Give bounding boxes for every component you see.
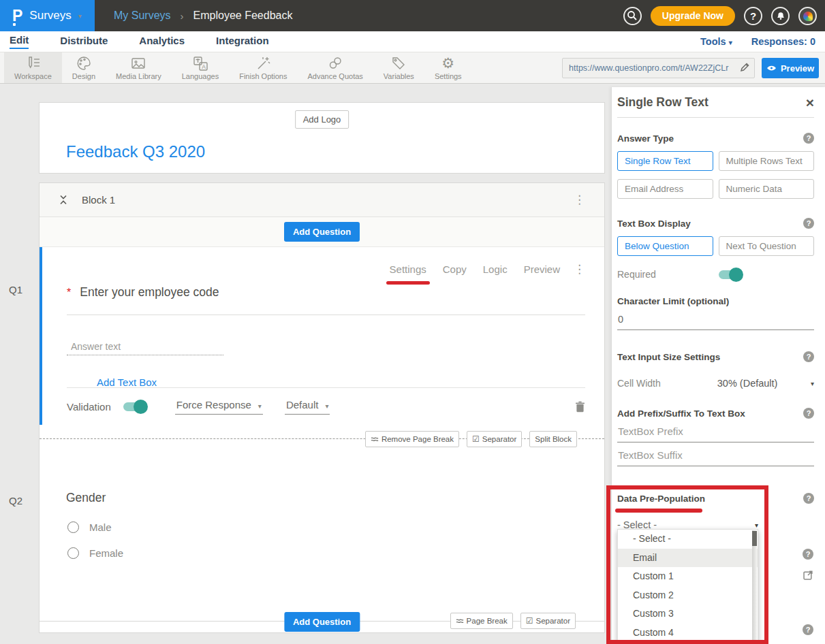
answer-text-row	[67, 340, 585, 361]
collapse-block-icon[interactable]	[59, 194, 68, 206]
question-1-editor: Settings Copy Logic Preview * Enter your…	[40, 247, 604, 425]
survey-title[interactable]: Feedback Q3 2020	[66, 142, 205, 161]
tab-analytics[interactable]: Analytics	[139, 35, 185, 48]
cell-width-value[interactable]: 30% (Default)	[717, 378, 778, 389]
display-below-question[interactable]: Below Question	[617, 236, 713, 256]
help-icon[interactable]	[803, 218, 814, 229]
add-logo-button[interactable]: Add Logo	[295, 110, 349, 129]
help-icon[interactable]	[803, 351, 814, 362]
tab-distribute[interactable]: Distribute	[60, 35, 108, 48]
add-question-button-top[interactable]: Add Question	[284, 222, 360, 242]
product-name: Surveys	[29, 9, 71, 22]
radio-button-female[interactable]	[67, 547, 79, 559]
toolbar-item-workspace[interactable]: Workspace	[4, 52, 62, 83]
chevron-down-icon	[755, 521, 758, 529]
toolbar-item-finish-options[interactable]: Finish Options	[229, 52, 297, 83]
question-tab-settings[interactable]: Settings	[390, 263, 426, 275]
search-button[interactable]	[623, 7, 642, 25]
textbox-suffix-input[interactable]	[617, 449, 814, 466]
question-tab-preview[interactable]: Preview	[524, 263, 560, 275]
block-title[interactable]: Block 1	[82, 194, 115, 206]
validation-toggle[interactable]	[123, 402, 146, 411]
notifications-button[interactable]	[771, 7, 790, 25]
character-limit-header: Character Limit (optional)	[617, 296, 814, 306]
scrollbar-thumb[interactable]	[752, 531, 757, 546]
product-switcher[interactable]: P Surveys	[0, 0, 95, 31]
editor-toolbar: Workspace Design Media Library A Languag…	[0, 52, 825, 84]
dropdown-option-custom4[interactable]: Custom 4	[618, 624, 758, 643]
separator-button-mid[interactable]: Separator	[467, 431, 522, 447]
preview-button[interactable]: Preview	[762, 58, 819, 78]
data-prepopulation-dropdown: - Select - Email Custom 1 Custom 2 Custo…	[617, 529, 758, 644]
dropdown-option-custom1[interactable]: Custom 1	[618, 567, 758, 586]
question-menu-kebab-icon[interactable]	[574, 263, 585, 275]
survey-url-input[interactable]	[569, 63, 737, 73]
answer-type-options: Single Row Text Multiple Rows Text Email…	[617, 151, 814, 199]
tools-menu[interactable]: Tools	[700, 36, 732, 47]
breadcrumb-current-survey: Employee Feedback	[193, 10, 293, 22]
answer-type-multiple-rows[interactable]: Multiple Rows Text	[719, 151, 815, 171]
close-panel-icon[interactable]	[806, 95, 814, 110]
remove-page-break-button[interactable]: Remove Page Break	[365, 431, 459, 447]
edit-url-pencil-icon[interactable]	[740, 62, 750, 74]
toolbar-item-variables[interactable]: Variables	[373, 52, 424, 83]
toolbar-item-settings[interactable]: ⚙ Settings	[424, 52, 472, 83]
question-2-text[interactable]: Gender	[66, 491, 585, 505]
question-tab-logic[interactable]: Logic	[483, 263, 508, 275]
eye-icon	[766, 65, 777, 71]
help-button[interactable]: ?	[744, 7, 762, 25]
external-link-icon[interactable]	[803, 570, 813, 582]
question-tab-copy[interactable]: Copy	[443, 263, 467, 275]
option-label-female[interactable]: Female	[89, 547, 123, 559]
dropdown-option-custom2[interactable]: Custom 2	[618, 586, 758, 605]
help-icon[interactable]	[803, 133, 814, 144]
tag-icon	[390, 55, 407, 71]
answer-type-numeric[interactable]: Numeric Data	[719, 179, 815, 199]
image-icon	[129, 55, 147, 71]
breadcrumb-separator-icon: ›	[181, 10, 184, 22]
answer-type-single-row[interactable]: Single Row Text	[617, 151, 713, 171]
help-icon[interactable]	[803, 549, 813, 560]
dropdown-option-custom3[interactable]: Custom 3	[618, 605, 758, 624]
page-break-button[interactable]: Page Break	[450, 613, 513, 629]
option-label-male[interactable]: Male	[89, 521, 112, 533]
checkbox-checked-icon	[526, 616, 533, 626]
dropdown-option-select[interactable]: - Select -	[618, 530, 758, 549]
tab-edit[interactable]: Edit	[10, 34, 29, 49]
editor-content-area: Q1 Q2 Add Logo Feedback Q3 2020 Block 1 …	[0, 84, 825, 644]
toolbar-item-languages[interactable]: A Languages	[172, 52, 229, 83]
question-1-text[interactable]: Enter your employee code	[80, 285, 219, 300]
add-text-box-link[interactable]: Add Text Box	[97, 376, 157, 388]
force-response-select[interactable]: Force Response	[175, 399, 263, 415]
help-icon[interactable]	[803, 408, 814, 419]
delete-question-button[interactable]	[575, 401, 585, 413]
separator-button-bottom[interactable]: Separator	[520, 613, 576, 629]
answer-text-input[interactable]	[67, 340, 223, 355]
dropdown-option-email[interactable]: Email	[618, 549, 758, 568]
help-icon[interactable]	[803, 624, 813, 635]
display-next-to-question[interactable]: Next To Question	[719, 236, 815, 256]
cell-width-label: Cell Width	[617, 378, 661, 389]
textbox-prefix-input[interactable]	[617, 425, 814, 442]
toolbar-item-advance-quotas[interactable]: Advance Quotas	[297, 52, 373, 83]
chevron-down-icon[interactable]	[811, 380, 814, 387]
add-question-button-bottom[interactable]: Add Question	[284, 612, 360, 632]
validation-default-select[interactable]: Default	[285, 399, 330, 415]
answer-type-email[interactable]: Email Address	[617, 179, 713, 199]
required-toggle[interactable]	[719, 270, 742, 279]
dropdown-scrollbar[interactable]	[752, 530, 757, 643]
character-limit-input[interactable]	[617, 312, 814, 330]
toolbar-item-design[interactable]: Design	[62, 52, 106, 83]
upgrade-now-button[interactable]: Upgrade Now	[651, 6, 735, 26]
breadcrumb-my-surveys[interactable]: My Surveys	[114, 10, 171, 22]
block-menu-kebab-icon[interactable]	[574, 194, 585, 206]
user-avatar[interactable]	[798, 7, 817, 25]
prefix-suffix-header: Add Prefix/Suffix To Text Box	[617, 408, 814, 419]
data-prepopulation-label: Data Pre-Population	[617, 494, 705, 504]
help-icon[interactable]	[803, 493, 814, 504]
tab-integration[interactable]: Integration	[216, 35, 269, 48]
toolbar-item-media-library[interactable]: Media Library	[106, 52, 172, 83]
gear-icon: ⚙	[441, 55, 454, 71]
radio-button-male[interactable]	[67, 521, 79, 533]
split-block-button[interactable]: Split Block	[529, 431, 577, 447]
